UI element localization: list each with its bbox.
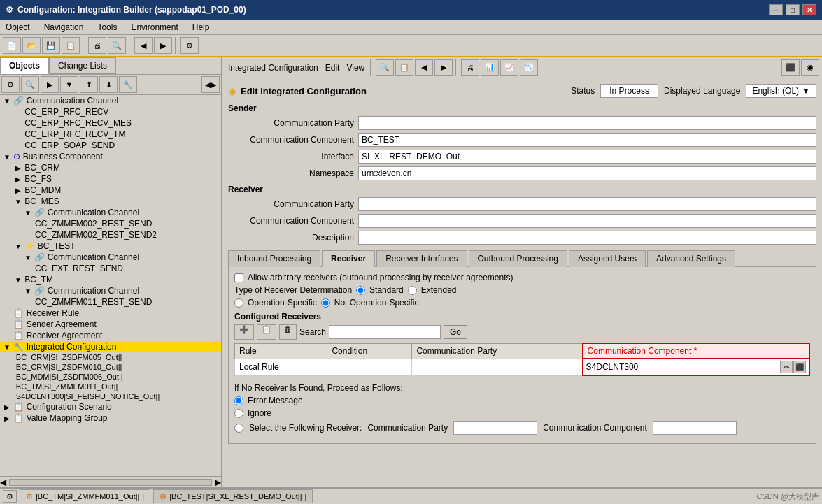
right-tb-btn-6[interactable]: 📊: [481, 59, 499, 76]
left-tb-btn-3[interactable]: ▶: [41, 76, 59, 93]
radio-select-receiver[interactable]: [234, 424, 243, 433]
list-item[interactable]: ▼ 🔗 Communication Channel: [0, 285, 221, 296]
list-item[interactable]: ▶ BC_MDM: [0, 185, 221, 196]
left-scroll-bar[interactable]: ◀ ▶: [0, 476, 221, 487]
tab-change-lists[interactable]: Change Lists: [49, 57, 116, 74]
sender-comm-component-input[interactable]: [358, 133, 816, 147]
sender-namespace-input[interactable]: [358, 166, 816, 180]
left-tb-btn-2[interactable]: 🔍: [21, 76, 39, 93]
radio-error-message[interactable]: [234, 396, 243, 405]
tab-outbound-processing[interactable]: Outbound Processing: [469, 250, 567, 267]
tree-value-mapping-group[interactable]: ▶ 📋 Value Mapping Group: [0, 412, 221, 424]
menu-tools[interactable]: Tools: [94, 21, 120, 34]
right-tb-btn-5[interactable]: 🖨: [461, 59, 479, 76]
tree-sender-agreement[interactable]: 📋 Sender Agreement: [0, 319, 221, 330]
menu-object[interactable]: Object: [3, 21, 33, 34]
receivers-search-input[interactable]: [329, 325, 441, 339]
cell-search-btn[interactable]: ⬛: [793, 361, 806, 373]
menu-view[interactable]: View: [343, 62, 367, 74]
right-tb-btn-7[interactable]: 📈: [500, 59, 518, 76]
right-tb-btn-1[interactable]: 🔍: [376, 59, 394, 76]
right-tb-btn-9[interactable]: ⬛: [781, 59, 800, 76]
list-item[interactable]: |BC_MDM|SI_ZSDFM006_Out||: [0, 372, 221, 382]
status-tab-2[interactable]: ⚙ |BC_TEST|SI_XL_REST_DEMO_Out|| |: [153, 489, 313, 503]
tab-assigned-users[interactable]: Assigned Users: [569, 250, 646, 267]
select-comm-component-input[interactable]: [653, 421, 737, 435]
list-item[interactable]: ▶ BC_CRM: [0, 162, 221, 173]
right-tb-btn-2[interactable]: 📋: [395, 59, 413, 76]
left-tb-btn-6[interactable]: ⬇: [99, 76, 118, 93]
left-tb-btn-1[interactable]: ⚙: [1, 76, 20, 93]
sender-interface-input[interactable]: [358, 150, 816, 164]
right-tb-btn-8[interactable]: 📉: [520, 59, 538, 76]
allow-arbitrary-checkbox[interactable]: [234, 273, 243, 282]
tab-inbound-processing[interactable]: Inbound Processing: [228, 250, 320, 267]
tree-receiver-rule[interactable]: 📋 Receiver Rule: [0, 308, 221, 319]
left-tb-btn-5[interactable]: ⬆: [80, 76, 98, 93]
tree-integrated-configuration[interactable]: ▼ 🔧 Integrated Configuration: [0, 341, 221, 352]
radio-op-specific[interactable]: [234, 298, 243, 308]
list-item[interactable]: CC_ERP_RFC_RECV_MES: [0, 117, 221, 129]
maximize-button[interactable]: □: [786, 4, 800, 15]
toolbar-btn-4[interactable]: 📋: [62, 37, 80, 54]
minimize-button[interactable]: —: [769, 4, 783, 15]
list-item[interactable]: CC_ERP_SOAP_SEND: [0, 140, 221, 151]
list-item[interactable]: |BC_CRM|SI_ZSDFM010_Out||: [0, 362, 221, 372]
scroll-right-btn[interactable]: ▶: [215, 477, 221, 487]
list-item[interactable]: CC_ZMMFM002_REST_SEND2: [0, 229, 221, 240]
sender-comm-party-input[interactable]: [358, 116, 816, 130]
copy-row-btn[interactable]: 📋: [257, 324, 276, 340]
status-tab-1[interactable]: ⚙ |BC_TM|SI_ZMMFM011_Out|| |: [20, 489, 150, 503]
toolbar-btn-back[interactable]: ◀: [134, 37, 153, 54]
right-tb-btn-4[interactable]: ▶: [434, 59, 453, 76]
cell-edit-btn[interactable]: ✏: [780, 361, 793, 373]
toolbar-btn-7[interactable]: ⚙: [180, 37, 199, 54]
list-item[interactable]: CC_ZMMFM011_REST_SEND: [0, 296, 221, 308]
left-tb-btn-7[interactable]: 🔧: [119, 76, 137, 93]
go-button[interactable]: Go: [444, 325, 467, 339]
left-tb-btn-4[interactable]: ▼: [60, 76, 78, 93]
menu-help[interactable]: Help: [190, 21, 213, 34]
toolbar-btn-6[interactable]: 🔍: [108, 37, 126, 54]
right-tb-btn-3[interactable]: ◀: [415, 59, 433, 76]
list-item[interactable]: |BC_TM|SI_ZMMFM011_Out||: [0, 382, 221, 391]
tab-receiver[interactable]: Receiver: [322, 250, 375, 267]
list-item[interactable]: CC_ERP_RFC_RECV_TM: [0, 129, 221, 140]
select-comm-party-input[interactable]: [453, 421, 537, 435]
list-item[interactable]: ▼ BC_MES: [0, 196, 221, 207]
tree-configuration-scenario[interactable]: ▶ 📋 Configuration Scenario: [0, 401, 221, 412]
menu-environment[interactable]: Environment: [128, 21, 180, 34]
list-item[interactable]: ▼ 🔗 Communication Channel: [0, 252, 221, 263]
tab-advanced-settings[interactable]: Advanced Settings: [647, 250, 735, 267]
add-row-btn[interactable]: ➕: [234, 324, 254, 340]
receiver-description-input[interactable]: [358, 231, 816, 245]
tree-receiver-agreement[interactable]: 📋 Receiver Agreement: [0, 330, 221, 341]
radio-extended[interactable]: [408, 286, 417, 295]
list-item[interactable]: ▼ BC_TM: [0, 274, 221, 285]
cell-comm-component[interactable]: S4DCLNT300 ✏ ⬛: [583, 359, 809, 375]
right-tb-btn-10[interactable]: ◉: [801, 59, 819, 76]
tab-objects[interactable]: Objects: [0, 57, 49, 74]
list-item[interactable]: |S4DCLNT300|SI_FEISHU_NOTICE_Out||: [0, 391, 221, 401]
receiver-comm-party-input[interactable]: [358, 197, 816, 211]
menu-navigation[interactable]: Navigation: [41, 21, 87, 34]
list-item[interactable]: ▼ 🔗 Communication Channel: [0, 207, 221, 218]
receiver-comm-component-input[interactable]: [358, 214, 816, 228]
toolbar-btn-1[interactable]: 📄: [3, 37, 21, 54]
toolbar-btn-fwd[interactable]: ▶: [154, 37, 172, 54]
radio-ignore[interactable]: [234, 409, 243, 418]
tab-receiver-interfaces[interactable]: Receiver Interfaces: [376, 250, 467, 267]
list-item[interactable]: ▼ ⚡ BC_TEST: [0, 240, 221, 252]
left-tb-scroll[interactable]: ◀▶: [201, 76, 220, 93]
language-dropdown[interactable]: English (OL) ▼: [746, 84, 816, 98]
list-item[interactable]: CC_ERP_RFC_RECV: [0, 106, 221, 117]
toolbar-btn-3[interactable]: 💾: [42, 37, 60, 54]
scroll-left-btn[interactable]: ◀: [0, 477, 6, 487]
list-item[interactable]: ▶ BC_FS: [0, 173, 221, 185]
tree-business-component[interactable]: ▼ ⊙ Business Component: [0, 151, 221, 162]
close-button[interactable]: ✕: [802, 4, 816, 15]
radio-standard[interactable]: [356, 286, 365, 295]
list-item[interactable]: CC_ZMMFM002_REST_SEND: [0, 218, 221, 229]
list-item[interactable]: |BC_CRM|SI_ZSDFM005_Out||: [0, 352, 221, 362]
tree-communication-channel-1[interactable]: ▼ 🔗 Communication Channel: [0, 95, 221, 106]
